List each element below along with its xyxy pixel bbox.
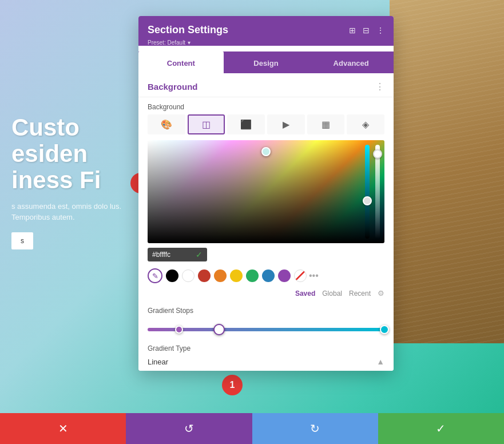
- tab-mini-recent[interactable]: Recent: [349, 290, 371, 298]
- tab-advanced[interactable]: Advanced: [308, 51, 394, 73]
- bottom-toolbar: ✕ ↺ ↻ ✓: [0, 413, 504, 444]
- hue-slider-track[interactable]: [365, 145, 370, 239]
- tab-design[interactable]: Design: [224, 51, 309, 73]
- gradient-thumb-active[interactable]: [213, 324, 225, 335]
- gradient-type-arrow: ▲: [376, 357, 384, 366]
- opacity-slider-track[interactable]: [375, 145, 380, 239]
- hero-text-area: Custo esiden iness Fi s assumenda est, o…: [0, 103, 137, 261]
- cancel-button[interactable]: ✕: [0, 413, 126, 444]
- panel-tabs: Content Design Advanced: [138, 51, 394, 73]
- bg-type-mask[interactable]: ◈: [347, 114, 384, 134]
- collapse-icon[interactable]: ⊟: [363, 26, 370, 35]
- section-settings-panel: Section Settings ⊞ ⊟ ⋮ Preset: Default ▾…: [138, 16, 394, 371]
- hero-body: s assumenda est, omnis dolo lus. Tempori…: [11, 201, 126, 223]
- opacity-slider-handle[interactable]: [373, 149, 382, 158]
- pattern-icon: ▦: [322, 119, 330, 130]
- gradient-type-label: Gradient Type: [138, 341, 394, 355]
- video-icon: ▶: [283, 119, 289, 130]
- hero-heading: Custo esiden iness Fi: [11, 114, 126, 194]
- image-icon: ⬛: [240, 119, 252, 130]
- hex-input-row: ✓: [138, 243, 394, 266]
- cancel-icon: ✕: [58, 422, 68, 435]
- swatch-green[interactable]: [246, 269, 259, 282]
- hex-input[interactable]: [152, 251, 192, 259]
- gradient-thumb-left[interactable]: [175, 326, 183, 334]
- panel-body: Background ⋮ Background 🎨 ◫ ⬛ ▶ ▦ ◈: [138, 73, 394, 371]
- hex-confirm-icon[interactable]: ✓: [196, 250, 203, 259]
- swatch-red[interactable]: [198, 269, 211, 282]
- wood-background: [390, 0, 504, 343]
- undo-icon: ↺: [184, 422, 194, 435]
- bg-label: Background: [138, 97, 394, 114]
- swatch-white[interactable]: [182, 269, 195, 282]
- swatches-tabs-row: Saved Global Recent ⚙: [138, 287, 394, 302]
- swatch-purple[interactable]: [278, 269, 291, 282]
- preset-selector[interactable]: Preset: Default ▾: [148, 39, 384, 46]
- section-more-icon[interactable]: ⋮: [375, 81, 384, 92]
- more-icon[interactable]: ⋮: [376, 26, 384, 35]
- gradient-slider-row[interactable]: [138, 318, 394, 341]
- bg-type-pattern[interactable]: ▦: [307, 114, 345, 134]
- color-swatches-row: ✎ •••: [138, 266, 394, 287]
- redo-button[interactable]: ↻: [252, 413, 378, 444]
- gradient-type-value[interactable]: Linear ▲: [138, 355, 394, 371]
- swatch-black[interactable]: [166, 269, 178, 282]
- bg-type-gradient[interactable]: ◫: [188, 114, 225, 134]
- eyedropper-icon: ✎: [152, 272, 158, 280]
- eyedropper-button[interactable]: ✎: [148, 268, 162, 283]
- color-picker-handle[interactable]: [261, 147, 271, 156]
- swatches-more-icon[interactable]: •••: [309, 271, 319, 281]
- color-fill-icon: 🎨: [161, 119, 172, 130]
- gradient-track[interactable]: [148, 328, 384, 331]
- bg-type-color[interactable]: 🎨: [148, 114, 185, 134]
- gradient-stops-label: Gradient Stops: [138, 302, 394, 318]
- swatch-orange[interactable]: [214, 269, 227, 282]
- redo-icon: ↻: [310, 422, 320, 435]
- tab-mini-global[interactable]: Global: [322, 290, 342, 298]
- swatches-settings-icon[interactable]: ⚙: [378, 289, 384, 298]
- hex-input-wrapper: ✓: [148, 248, 207, 261]
- bg-type-image[interactable]: ⬛: [227, 114, 265, 134]
- undo-button[interactable]: ↺: [126, 413, 252, 444]
- panel-header: Section Settings ⊞ ⊟ ⋮ Preset: Default ▾: [138, 16, 394, 46]
- gradient-icon: ◫: [202, 119, 211, 130]
- color-picker-canvas[interactable]: [148, 140, 384, 243]
- gradient-thumb-right[interactable]: [380, 325, 389, 334]
- bg-type-row: 🎨 ◫ ⬛ ▶ ▦ ◈: [138, 114, 394, 140]
- hue-slider-handle[interactable]: [363, 196, 372, 205]
- tab-content[interactable]: Content: [138, 51, 224, 73]
- mask-icon: ◈: [362, 119, 369, 130]
- hero-button[interactable]: s: [11, 232, 33, 249]
- step-1-badge: 1: [222, 375, 243, 395]
- tab-mini-saved[interactable]: Saved: [295, 290, 315, 298]
- bg-type-video[interactable]: ▶: [267, 114, 305, 134]
- save-icon: ✓: [436, 422, 446, 435]
- swatch-yellow[interactable]: [230, 269, 243, 282]
- background-section-header: Background ⋮: [138, 73, 394, 97]
- swatch-none[interactable]: [294, 269, 307, 282]
- swatch-blue[interactable]: [262, 269, 275, 282]
- section-title: Background: [148, 82, 198, 92]
- panel-title: Section Settings: [148, 24, 228, 36]
- expand-icon[interactable]: ⊞: [349, 26, 356, 35]
- save-button[interactable]: ✓: [378, 413, 504, 444]
- panel-header-icons: ⊞ ⊟ ⋮: [349, 26, 384, 35]
